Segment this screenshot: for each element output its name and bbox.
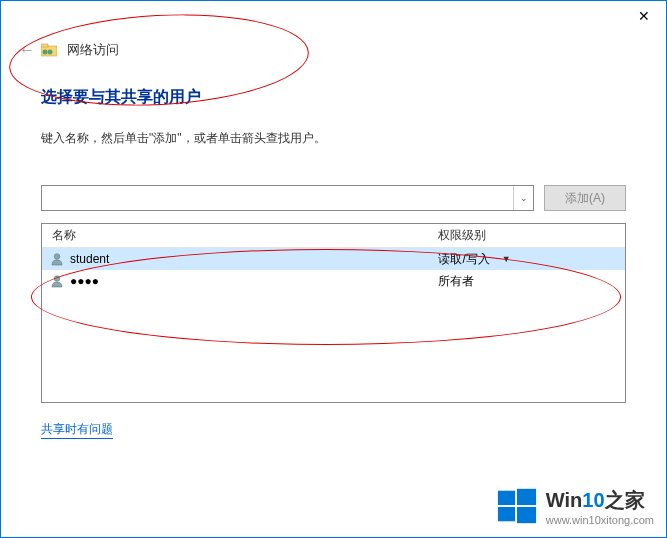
add-button[interactable]: 添加(A) bbox=[544, 185, 626, 211]
user-name-cell: student bbox=[70, 252, 438, 266]
permission-cell[interactable]: 读取/写入▼ bbox=[438, 251, 625, 268]
svg-rect-8 bbox=[498, 507, 515, 521]
user-icon bbox=[50, 274, 64, 288]
back-arrow-icon[interactable]: ← bbox=[19, 41, 35, 59]
watermark-url: www.win10xitong.com bbox=[546, 514, 654, 526]
watermark-brand-accent: 10 bbox=[582, 489, 604, 511]
user-icon bbox=[50, 252, 64, 266]
table-row[interactable]: ●●●●所有者 bbox=[42, 270, 625, 292]
svg-rect-9 bbox=[517, 507, 536, 523]
close-button[interactable]: ✕ bbox=[621, 1, 666, 31]
help-link[interactable]: 共享时有问题 bbox=[41, 421, 113, 439]
column-header-name[interactable]: 名称 bbox=[42, 227, 438, 244]
svg-point-5 bbox=[54, 276, 60, 282]
chevron-down-icon[interactable]: ⌄ bbox=[513, 186, 533, 210]
svg-rect-7 bbox=[517, 489, 536, 505]
watermark: Win10之家 www.win10xitong.com bbox=[496, 485, 654, 527]
svg-point-4 bbox=[54, 254, 60, 260]
svg-rect-1 bbox=[41, 44, 48, 47]
user-permission-table: 名称 权限级别 student读取/写入▼●●●●所有者 bbox=[41, 223, 626, 403]
user-search-combo[interactable]: ⌄ bbox=[41, 185, 534, 211]
permission-cell: 所有者 bbox=[438, 273, 625, 290]
svg-point-2 bbox=[43, 50, 48, 55]
svg-point-3 bbox=[48, 50, 53, 55]
user-search-input[interactable] bbox=[42, 186, 513, 210]
watermark-brand-post: 之家 bbox=[605, 489, 645, 511]
watermark-brand-pre: Win bbox=[546, 489, 582, 511]
breadcrumb: ← 网络访问 bbox=[41, 41, 626, 59]
table-row[interactable]: student读取/写入▼ bbox=[42, 248, 625, 270]
column-header-permission[interactable]: 权限级别 bbox=[438, 227, 625, 244]
page-title: 选择要与其共享的用户 bbox=[41, 87, 626, 108]
network-folder-icon bbox=[41, 43, 57, 57]
breadcrumb-label: 网络访问 bbox=[67, 41, 119, 59]
svg-rect-6 bbox=[498, 491, 515, 505]
instructions-text: 键入名称，然后单击"添加"，或者单击箭头查找用户。 bbox=[41, 130, 626, 147]
chevron-down-icon[interactable]: ▼ bbox=[502, 254, 511, 264]
user-name-cell: ●●●● bbox=[70, 274, 438, 288]
windows-logo-icon bbox=[496, 485, 538, 527]
